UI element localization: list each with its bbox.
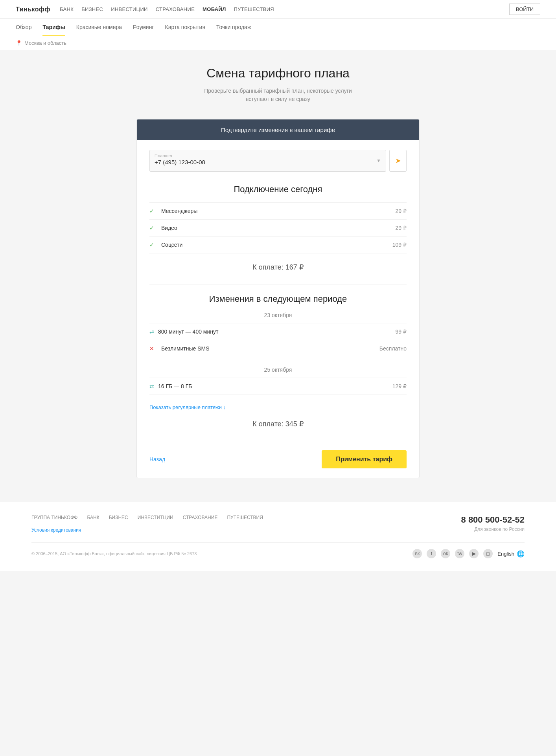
location-pin-icon: 📍: [16, 40, 22, 46]
globe-icon: 🌐: [517, 550, 525, 558]
login-arrow-icon: ➤: [395, 156, 401, 165]
service-item-messengers: ✓ Мессенджеры 29 ₽: [149, 203, 407, 220]
card-footer-actions: Назад Применить тариф: [149, 441, 407, 468]
service-price: Бесплатно: [379, 345, 407, 352]
footer-bottom: © 2006–2015, АО «Тинькофф Банк», официал…: [31, 542, 525, 558]
page-title: Смена тарифного плана: [136, 66, 420, 81]
nav-travel[interactable]: ПУТЕШЕСТВИЯ: [234, 6, 274, 12]
subnav-overview[interactable]: Обзор: [16, 19, 31, 36]
card-header: Подтвердите изменения в вашем тарифе: [137, 119, 419, 140]
login-button[interactable]: ВОЙТИ: [509, 4, 540, 15]
main-content: Смена тарифного плана Проверьте выбранны…: [129, 50, 427, 502]
top-nav-left: Тинькофф БАНК БИЗНЕС ИНВЕСТИЦИИ СТРАХОВА…: [16, 6, 274, 13]
nav-insurance[interactable]: СТРАХОВАНИЕ: [156, 6, 195, 12]
youtube-icon[interactable]: ▶: [469, 549, 479, 558]
service-name: Мессенджеры: [161, 208, 396, 214]
footer-link-invest[interactable]: ИНВЕСТИТЦИИ: [138, 515, 173, 520]
total-today: К оплате: 167 ₽: [149, 263, 407, 272]
footer-link-business[interactable]: БИЗНЕС: [109, 515, 128, 520]
page-subtitle: Проверьте выбранный тарифный план, некот…: [136, 87, 420, 103]
footer-group-label[interactable]: ГРУППА ТИНЬКОФФ: [31, 515, 77, 520]
service-name: 16 ГБ — 8 ГБ: [158, 383, 392, 389]
odnoklassniki-icon[interactable]: ok: [441, 549, 450, 558]
subnav-tariffs[interactable]: Тарифы: [42, 19, 65, 36]
service-item-sms: ✕ Безлимитные SMS Бесплатно: [149, 340, 407, 357]
change-arrow-icon: ⇄: [149, 383, 154, 389]
section-next-title: Изменения в следующем периоде: [149, 294, 407, 304]
footer-link-bank[interactable]: БАНК: [87, 515, 99, 520]
twitter-icon[interactable]: tw: [455, 549, 464, 558]
card-body: Планшет +7 (495) 123-00-08 ▼ ➤ Подключен…: [137, 140, 419, 478]
total-next: К оплате: 345 ₽: [149, 420, 407, 428]
service-price: 109 ₽: [392, 242, 407, 248]
footer-phone: 8 800 500-52-52 Для звонков по России: [461, 515, 525, 532]
services-next-1-list: ⇄ 800 минут — 400 минут 99 ₽ ✕ Безлимитн…: [149, 323, 407, 357]
phone-label: Планшет: [155, 153, 372, 158]
service-price: 29 ₽: [396, 225, 407, 231]
location-bar: 📍 Москва и область: [0, 36, 556, 50]
logo[interactable]: Тинькофф: [16, 6, 50, 13]
footer-phone-caption: Для звонков по России: [461, 527, 525, 532]
phone-action-button[interactable]: ➤: [389, 150, 407, 172]
subnav-numbers[interactable]: Красивые номера: [76, 19, 122, 36]
sub-navigation: Обзор Тарифы Красивые номера Роуминг Кар…: [0, 19, 556, 36]
facebook-icon[interactable]: f: [427, 549, 436, 558]
footer-phone-number: 8 800 500-52-52: [461, 515, 525, 525]
service-price: 99 ₽: [396, 328, 407, 335]
footer-top: ГРУППА ТИНЬКОФФ БАНК БИЗНЕС ИНВЕСТИТЦИИ …: [31, 515, 525, 533]
show-regular-payments-link[interactable]: Показать регулярные платежи ↓: [149, 404, 407, 410]
top-navigation: Тинькофф БАНК БИЗНЕС ИНВЕСТИЦИИ СТРАХОВА…: [0, 0, 556, 19]
section-divider: [149, 284, 407, 284]
phone-select[interactable]: Планшет +7 (495) 123-00-08 ▼: [149, 150, 386, 172]
language-label: English: [497, 551, 514, 557]
nav-business[interactable]: БИЗНЕС: [81, 6, 103, 12]
service-price: 29 ₽: [396, 208, 407, 214]
footer-social: вк f ok tw ▶ ◻ English 🌐: [412, 549, 525, 558]
remove-icon: ✕: [149, 345, 157, 352]
date-label-1: 23 октября: [149, 312, 407, 318]
footer-link-row-main: ГРУППА ТИНЬКОФФ БАНК БИЗНЕС ИНВЕСТИТЦИИ …: [31, 515, 263, 520]
viber-icon[interactable]: ◻: [483, 549, 493, 558]
footer-link-insurance[interactable]: СТРАХОВАНИЕ: [183, 515, 218, 520]
footer-link-travel[interactable]: ПУТЕШЕСТВИЯ: [227, 515, 263, 520]
check-icon: ✓: [149, 242, 157, 248]
footer-copyright: © 2006–2015, АО «Тинькофф Банк», официал…: [31, 551, 197, 556]
check-icon: ✓: [149, 208, 157, 214]
credit-conditions-link[interactable]: Условия кредитования: [31, 527, 81, 533]
service-item-social: ✓ Соцсети 109 ₽: [149, 237, 407, 253]
subnav-coverage[interactable]: Карта покрытия: [165, 19, 206, 36]
services-next-2-list: ⇄ 16 ГБ — 8 ГБ 129 ₽: [149, 378, 407, 395]
service-item-minutes: ⇄ 800 минут — 400 минут 99 ₽: [149, 323, 407, 340]
top-nav-links: БАНК БИЗНЕС ИНВЕСТИЦИИ СТРАХОВАНИЕ МОБАЙ…: [60, 6, 274, 12]
footer-credit: Условия кредитования: [31, 527, 263, 533]
language-selector[interactable]: English 🌐: [497, 550, 525, 558]
service-name: Видео: [161, 225, 396, 231]
site-footer: ГРУППА ТИНЬКОФФ БАНК БИЗНЕС ИНВЕСТИТЦИИ …: [0, 502, 556, 571]
services-today-list: ✓ Мессенджеры 29 ₽ ✓ Видео 29 ₽ ✓ Соцсет…: [149, 202, 407, 253]
footer-links: ГРУППА ТИНЬКОФФ БАНК БИЗНЕС ИНВЕСТИТЦИИ …: [31, 515, 263, 533]
phone-selector-row: Планшет +7 (495) 123-00-08 ▼ ➤: [149, 150, 407, 172]
back-link[interactable]: Назад: [149, 456, 165, 462]
change-arrow-icon: ⇄: [149, 328, 154, 335]
service-item-data: ⇄ 16 ГБ — 8 ГБ 129 ₽: [149, 378, 407, 395]
service-item-video: ✓ Видео 29 ₽: [149, 220, 407, 237]
nav-mobile[interactable]: МОБАЙЛ: [203, 6, 226, 12]
service-name: Соцсети: [161, 242, 392, 248]
location-text: Москва и область: [24, 40, 66, 46]
phone-value: +7 (495) 123-00-08: [155, 159, 205, 165]
nav-invest[interactable]: ИНВЕСТИЦИИ: [111, 6, 148, 12]
main-card: Подтвердите изменения в вашем тарифе Пла…: [136, 119, 420, 478]
service-price: 129 ₽: [392, 383, 407, 389]
section-today-title: Подключение сегодня: [149, 184, 407, 195]
service-name: 800 минут — 400 минут: [158, 328, 396, 335]
chevron-down-icon: ▼: [376, 158, 381, 163]
service-name: Безлимитные SMS: [161, 345, 379, 352]
apply-tariff-button[interactable]: Применить тариф: [322, 450, 407, 468]
vk-icon[interactable]: вк: [412, 549, 422, 558]
subnav-roaming[interactable]: Роуминг: [133, 19, 154, 36]
date-label-2: 25 октября: [149, 367, 407, 373]
check-icon: ✓: [149, 225, 157, 231]
subnav-stores[interactable]: Точки продаж: [216, 19, 251, 36]
nav-bank[interactable]: БАНК: [60, 6, 74, 12]
